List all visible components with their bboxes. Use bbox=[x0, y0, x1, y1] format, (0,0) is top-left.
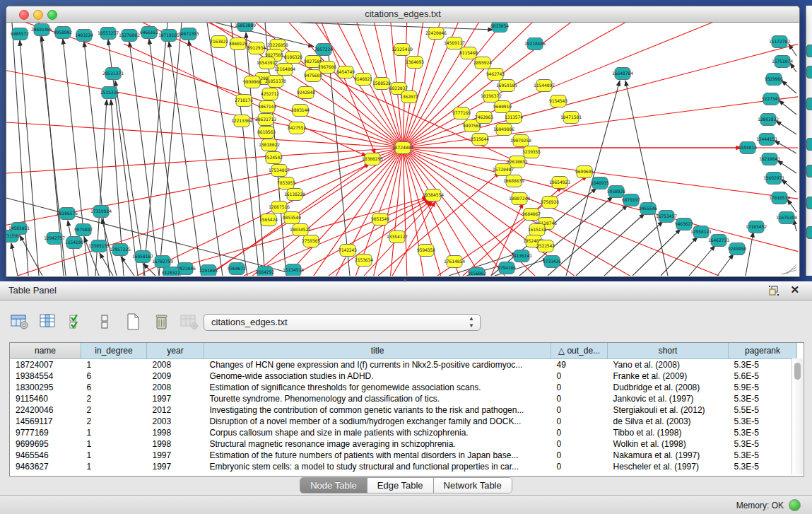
cell-short: Yano et al. (2008) bbox=[608, 359, 729, 371]
table-row[interactable]: 969969511998Structural magnetic resonanc… bbox=[10, 438, 797, 450]
delete-column-icon[interactable] bbox=[151, 312, 171, 332]
graph-node-label: 10834521 bbox=[290, 227, 311, 232]
graph-node-label: 16053809 bbox=[235, 23, 256, 28]
graph-edge bbox=[576, 214, 645, 276]
new-column-icon[interactable] bbox=[123, 312, 143, 332]
graph-edge bbox=[189, 40, 223, 276]
graph-node-label: 21851378 bbox=[265, 78, 286, 83]
column-header-title[interactable]: title bbox=[204, 343, 551, 359]
graph-edge bbox=[776, 121, 796, 134]
network-window: citations_edges.txt 64055722069140689589… bbox=[6, 6, 800, 277]
column-header-name[interactable]: name bbox=[10, 343, 81, 359]
graph-node-label: 2967608 bbox=[318, 64, 336, 69]
graph-node-label: 7142243 bbox=[339, 247, 357, 252]
network-graph-canvas[interactable]: 6405572206914068958902148322410553257152… bbox=[6, 23, 798, 276]
graph-node-label: 9756928 bbox=[541, 199, 559, 204]
graph-node-label: 1483224 bbox=[75, 33, 93, 37]
column-header-year[interactable]: year bbox=[147, 343, 204, 359]
cell-pagerank: 5.3E-5 bbox=[729, 427, 797, 438]
column-header-out_degree[interactable]: △ out_de... bbox=[551, 343, 608, 359]
window-titlebar[interactable]: citations_edges.txt bbox=[6, 6, 799, 23]
cell-out_degree: 0 bbox=[551, 393, 608, 404]
memory-status-indicator[interactable] bbox=[789, 499, 801, 511]
delete-table-icon[interactable] bbox=[180, 312, 199, 332]
graph-edge-red-ray bbox=[6, 41, 403, 148]
cell-short: Franke et al. (2009) bbox=[608, 370, 729, 382]
graph-edge bbox=[775, 141, 796, 153]
cell-title: Changes of HCN gene expression and I(f) … bbox=[204, 359, 551, 371]
cell-year: 1997 bbox=[147, 461, 204, 472]
cell-in_degree: 1 bbox=[81, 450, 147, 461]
show-columns-icon[interactable] bbox=[38, 312, 58, 332]
cell-short: de Silva et al. (2003) bbox=[608, 416, 729, 427]
graph-node-label: 16958167 bbox=[132, 254, 153, 259]
cell-pagerank: 5.3E-5 bbox=[729, 359, 797, 371]
table-row[interactable]: 946362711997Embryonic stem cells: a mode… bbox=[10, 461, 797, 472]
graph-edge bbox=[11, 243, 18, 276]
graph-node-label: 15276062 bbox=[119, 33, 140, 37]
table-row[interactable]: 1456911722003Disruption of a novel membe… bbox=[10, 416, 797, 427]
graph-node-label: 16648784 bbox=[612, 71, 633, 76]
cell-out_degree: 0 bbox=[551, 438, 608, 450]
graph-edge bbox=[207, 23, 247, 276]
graph-node-label: 2291005 bbox=[199, 268, 218, 273]
graph-node-label: 2153634 bbox=[355, 257, 373, 262]
table-row[interactable]: 977716911998Corpus callosum shape and si… bbox=[10, 427, 797, 438]
graph-node-label: 18807249 bbox=[509, 196, 530, 201]
graph-node-label: 8912934 bbox=[247, 45, 266, 50]
graph-edge bbox=[790, 63, 796, 72]
tab-edge-table[interactable]: Edge Table bbox=[367, 478, 434, 493]
graph-node-label: 19384554 bbox=[423, 192, 444, 197]
table-row[interactable]: 1872400712008Changes of HCN gene express… bbox=[10, 359, 797, 371]
cell-year: 1997 bbox=[147, 393, 204, 404]
graph-node-label: 9146821 bbox=[354, 76, 372, 81]
column-settings-icon[interactable] bbox=[10, 312, 30, 332]
table-row[interactable]: 911546021997Tourette syndrome. Phenomeno… bbox=[10, 393, 797, 404]
cell-out_degree: 0 bbox=[551, 416, 608, 427]
table-selector-dropdown[interactable]: citations_edges.txt ▲▼ bbox=[204, 314, 481, 331]
graph-node-label: 22420046 bbox=[425, 30, 447, 35]
graph-node-label: 2895924 bbox=[473, 60, 492, 65]
graph-node-label: 15751074 bbox=[772, 59, 793, 64]
graph-node-label: 9475685 bbox=[304, 73, 322, 78]
cell-in_degree: 2 bbox=[81, 393, 147, 404]
graph-node-label: 17614854 bbox=[444, 259, 465, 264]
graph-node-label: 9249450 bbox=[728, 246, 746, 251]
column-header-pagerank[interactable]: pagerank bbox=[729, 343, 797, 359]
column-header-short[interactable]: short bbox=[608, 343, 729, 359]
graph-node-label: 7163822 bbox=[210, 39, 228, 44]
tab-node-table[interactable]: Node Table bbox=[300, 478, 367, 493]
table-vertical-scrollbar[interactable] bbox=[792, 358, 803, 474]
table-panel-header: Table Panel ▾ ✕ bbox=[0, 281, 812, 300]
graph-edge bbox=[779, 100, 796, 115]
graph-node bbox=[806, 138, 812, 151]
table-row[interactable]: 946554611997Estimation of the future num… bbox=[10, 450, 797, 461]
float-panel-icon[interactable] bbox=[768, 285, 779, 296]
graph-node-label: 16753457 bbox=[656, 214, 677, 218]
cell-title: Embryonic stem cells: a model to study s… bbox=[204, 461, 551, 472]
table-row[interactable]: 2242004622012Investigating the contribut… bbox=[10, 404, 797, 416]
graph-node-label: 1313574 bbox=[505, 115, 523, 119]
graph-node-label: 7524542 bbox=[264, 155, 283, 160]
graph-node-label: 17016514 bbox=[769, 195, 790, 200]
column-header-in_degree[interactable]: in_degree bbox=[81, 343, 147, 359]
panel-resize-handle-icon[interactable]: ▾ bbox=[401, 279, 409, 283]
table-row[interactable]: 1938455462009Genome-wide association stu… bbox=[10, 370, 797, 382]
graph-node-label: 12213364 bbox=[231, 118, 252, 123]
cell-pagerank: 5.3E-5 bbox=[729, 461, 797, 472]
select-columns-icon[interactable] bbox=[66, 312, 86, 332]
graph-node-label: 16210643 bbox=[759, 156, 780, 161]
scrollbar-thumb[interactable] bbox=[794, 363, 801, 380]
table-row[interactable]: 1830029562008Estimation of significance … bbox=[10, 382, 797, 393]
window-resize-grip[interactable] bbox=[781, 264, 796, 274]
table-panel: Table Panel ▾ ✕ f(x) citations_edges.txt… bbox=[0, 281, 812, 514]
close-panel-icon[interactable]: ✕ bbox=[790, 284, 799, 296]
tab-network-table[interactable]: Network Table bbox=[434, 478, 512, 493]
cell-short: Tibbo et al. (1998) bbox=[608, 427, 729, 438]
graph-node-label: 1733426 bbox=[543, 259, 561, 264]
cell-title: Investigating the contribution of common… bbox=[204, 404, 551, 416]
rows-icon[interactable] bbox=[95, 312, 114, 332]
graph-node-label: 13018022 bbox=[259, 142, 280, 147]
graph-node-label: 20531371 bbox=[102, 71, 124, 76]
graph-edge bbox=[782, 81, 796, 93]
